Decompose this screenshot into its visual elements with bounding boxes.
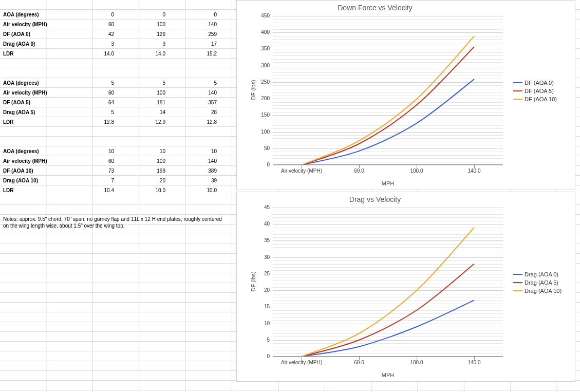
row-label[interactable]: DF (AOA 5)	[1, 98, 71, 107]
y-tick-label: 250	[257, 79, 270, 85]
cell-value[interactable]: 12.8	[70, 117, 116, 127]
cell-value[interactable]: 7	[70, 176, 116, 185]
cell-value[interactable]: 100	[121, 156, 167, 166]
y-tick-label: 5	[257, 337, 270, 343]
row-label[interactable]: LDR	[1, 117, 71, 127]
spreadsheet-sheet: AOA (degrees)000Air velocity (MPH)601001…	[0, 0, 580, 392]
row-label[interactable]: AOA (degrees)	[1, 78, 71, 88]
cell-value[interactable]: 12.8	[173, 117, 219, 127]
legend-label: Drag (AOA 0)	[525, 271, 558, 277]
y-tick-label: 0	[257, 353, 270, 359]
cell-value[interactable]: 140	[173, 156, 219, 166]
cell-value[interactable]: 5	[173, 78, 219, 88]
y-tick-label: 350	[257, 46, 270, 51]
cell-value[interactable]: 64	[70, 98, 116, 107]
cell-value[interactable]: 389	[173, 166, 219, 176]
row-label[interactable]: Drag (AOA 10)	[1, 176, 71, 185]
cell-value[interactable]: 100	[121, 88, 167, 98]
cell-value[interactable]: 5	[121, 78, 167, 88]
y-tick-label: 450	[257, 13, 270, 18]
cell-value[interactable]: 199	[121, 166, 167, 176]
legend-label: DF (AOA 10)	[525, 96, 557, 102]
y-tick-label: 35	[257, 237, 270, 243]
cell-value[interactable]: 140	[173, 88, 219, 98]
series-line	[302, 47, 474, 165]
chart-legend: Drag (AOA 0)Drag (AOA 5)Drag (AOA 10)	[513, 269, 570, 296]
cell-value[interactable]: 181	[121, 98, 167, 107]
row-label[interactable]: Drag (AOA 5)	[1, 107, 71, 117]
x-axis-title: MPH	[273, 180, 503, 186]
cell-value[interactable]: 39	[173, 176, 219, 185]
cell-value[interactable]: 259	[173, 29, 219, 39]
series-line	[302, 264, 474, 357]
cell-value[interactable]: 140	[173, 20, 219, 29]
cell-value[interactable]: 5	[70, 107, 116, 117]
legend-swatch	[513, 274, 522, 275]
chart-drag: Drag vs Velocity DF (lbs) MPH Drag (AOA …	[236, 192, 575, 382]
cell-value[interactable]: 60	[70, 20, 116, 29]
y-tick-label: 0	[257, 162, 270, 167]
cell-value[interactable]: 3	[70, 39, 116, 49]
legend-label: DF (AOA 0)	[525, 80, 554, 86]
row-label[interactable]: Air velocity (MPH)	[1, 156, 71, 166]
cell-value[interactable]: 0	[70, 10, 116, 20]
x-tick-label: Air velocity (MPH)	[273, 360, 330, 365]
cell-value[interactable]: 15.2	[173, 49, 219, 59]
cell-value[interactable]: 10.4	[70, 185, 116, 195]
cell-value[interactable]: 42	[70, 29, 116, 39]
row-label[interactable]: DF (AOA 10)	[1, 166, 71, 176]
cell-value[interactable]: 20	[121, 176, 167, 185]
legend-swatch	[513, 282, 522, 283]
row-label[interactable]: AOA (degrees)	[1, 10, 71, 20]
legend-item: Drag (AOA 5)	[513, 279, 570, 286]
x-tick-label: 140.0	[446, 168, 502, 174]
cell-value[interactable]: 14	[121, 107, 167, 117]
row-label[interactable]: AOA (degrees)	[1, 146, 71, 156]
cell-value[interactable]: 5	[70, 78, 116, 88]
y-tick-label: 30	[257, 254, 270, 260]
chart-downforce: Down Force vs Velocity DF (lbs) MPH DF (…	[236, 0, 575, 190]
cell-value[interactable]: 60	[70, 88, 116, 98]
cell-value[interactable]: 357	[173, 98, 219, 107]
cell-value[interactable]: 100	[121, 20, 167, 29]
y-tick-label: 25	[257, 271, 270, 276]
row-label[interactable]: LDR	[1, 185, 71, 195]
legend-swatch	[513, 99, 522, 100]
y-tick-label: 20	[257, 287, 270, 293]
cell-value[interactable]: 60	[70, 156, 116, 166]
row-label[interactable]: Drag (AOA 0)	[1, 39, 71, 49]
y-tick-label: 200	[257, 96, 270, 101]
y-axis-title: DF (lbs)	[250, 271, 256, 291]
cell-value[interactable]: 10	[173, 146, 219, 156]
cell-value[interactable]: 28	[173, 107, 219, 117]
row-label[interactable]: Air velocity (MPH)	[1, 20, 71, 29]
cell-value[interactable]: 10	[121, 146, 167, 156]
cell-value[interactable]: 126	[121, 29, 167, 39]
legend-item: DF (AOA 10)	[513, 96, 570, 102]
row-label[interactable]: LDR	[1, 49, 71, 59]
cell-value[interactable]: 0	[121, 10, 167, 20]
row-label[interactable]: DF (AOA 0)	[1, 29, 71, 39]
cell-value[interactable]: 14.0	[70, 49, 116, 59]
cell-value[interactable]: 12.9	[121, 117, 167, 127]
cell-value[interactable]: 0	[173, 10, 219, 20]
cell-value[interactable]: 9	[121, 39, 167, 49]
plot-area	[273, 208, 503, 357]
legend-swatch	[513, 290, 522, 291]
cell-value[interactable]: 10.0	[121, 185, 167, 195]
cell-value[interactable]: 10.0	[173, 185, 219, 195]
legend-swatch	[513, 82, 522, 83]
y-tick-label: 100	[257, 129, 270, 135]
notes-text[interactable]: Notes: approx. 9.5" chord, 70" span, no …	[1, 215, 227, 230]
cell-value[interactable]: 14.0	[121, 49, 167, 59]
y-tick-label: 400	[257, 29, 270, 35]
cell-value[interactable]: 17	[173, 39, 219, 49]
cell-value[interactable]: 73	[70, 166, 116, 176]
y-tick-label: 300	[257, 63, 270, 68]
row-label[interactable]: Air velocity (MPH)	[1, 88, 71, 98]
plot-area	[273, 16, 503, 165]
cell-value[interactable]: 10	[70, 146, 116, 156]
y-tick-label: 50	[257, 145, 270, 151]
x-axis-title: MPH	[273, 372, 503, 378]
y-tick-label: 40	[257, 221, 270, 227]
